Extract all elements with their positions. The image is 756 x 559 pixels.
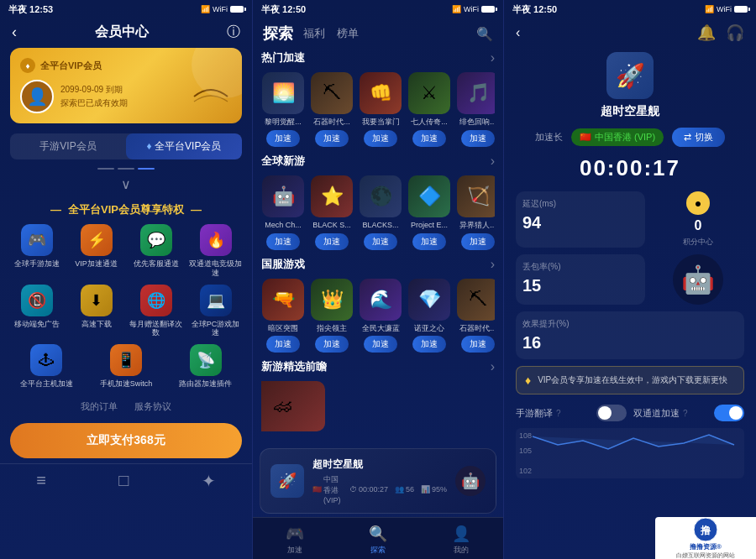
collapse-button[interactable]: ∨ <box>0 173 252 196</box>
latency-stat: 延迟(ms) 94 <box>516 191 645 248</box>
accel-btn-stone[interactable]: 加速 <box>315 130 349 147</box>
welfare-tab[interactable]: 福利 <box>303 26 325 41</box>
bottom-nav-1: ≡ □ ✦ <box>0 463 252 494</box>
game-name-blacks2: BLACKS... <box>359 221 402 230</box>
accel-btn-fingertip[interactable]: 加速 <box>315 336 349 353</box>
search-icon[interactable]: 🔍 <box>476 26 493 42</box>
alert-icon[interactable]: ⓘ <box>227 24 240 41</box>
dual-channel-toggle-label: 双通道加速 ? <box>633 407 688 420</box>
toggle-row: 手游翻译 ? 双通道加速 ? <box>504 398 756 428</box>
nav-back-1[interactable]: ✦ <box>202 471 216 491</box>
accel-btn-darkzone[interactable]: 加速 <box>266 336 300 353</box>
vip-info: 👤 2099-09-09 到期 探索巴已成有效期 <box>20 80 232 113</box>
accel-growth-label: 加速长 <box>535 131 563 144</box>
floating-game-card[interactable]: 🚀 超时空星舰 🇨🇳 中国香港(VIP) ⏱ 00:00:27 👥 56 <box>260 448 496 514</box>
floating-game-details: 🇨🇳 中国香港(VIP) ⏱ 00:00:27 👥 56 📊 95% <box>312 474 447 504</box>
game-main-icon: 🚀 <box>606 52 654 99</box>
vip-details: 2099-09-09 到期 探索巴已成有效期 <box>60 84 183 109</box>
feature-label-4: 移动端免广告 <box>14 320 60 329</box>
scroll-dot-2 <box>118 168 134 170</box>
no-ads-icon: 📵 <box>21 285 53 316</box>
scroll-dot-3 <box>138 168 155 170</box>
national-more[interactable]: › <box>491 257 495 272</box>
status-bar-1: 半夜 12:53 📶 WiFi <box>0 0 252 18</box>
accel-btn-seven[interactable]: 加速 <box>412 130 446 147</box>
floating-robot: 🤖 <box>455 466 486 496</box>
game-stone-age: ⛏ 石器时代... 加速 <box>310 72 354 147</box>
accel-btn-blacks2[interactable]: 加速 <box>364 233 397 250</box>
game-blue: 🌊 全民大濂蓝 加速 <box>359 279 402 353</box>
vip-badge: ♦ 全平台VIP会员 <box>20 58 232 73</box>
nav-menu-1[interactable]: ≡ <box>36 471 46 490</box>
p2-header: 探索 福利 榜单 🔍 <box>253 18 503 47</box>
accel-btn-noah[interactable]: 加速 <box>412 336 446 353</box>
game-section: 🚀 超时空星舰 <box>504 45 756 123</box>
game-kart: 🏎 <box>261 381 305 431</box>
accel-btn-master[interactable]: 加速 <box>364 130 397 147</box>
game-icon-blacks2: 🌑 <box>360 175 402 217</box>
accel-btn-crimson[interactable]: 加速 <box>461 130 495 147</box>
my-orders-link[interactable]: 我的订单 <box>81 400 118 413</box>
server-name: 中国香港 (VIP) <box>595 131 655 144</box>
avatar: 👤 <box>20 80 54 113</box>
nav-profile[interactable]: 👤 我的 <box>452 525 470 556</box>
tab-mobile-vip[interactable]: 手游VIP会员 <box>10 133 126 159</box>
nav-home-1[interactable]: □ <box>118 471 129 490</box>
accel-btn-hunter[interactable]: 加速 <box>461 233 495 250</box>
headphone-icon[interactable]: 🎧 <box>726 24 744 42</box>
robot-container: 🤖 <box>652 254 744 305</box>
explore-nav-icon: 🔍 <box>369 525 387 543</box>
feature-label-3: 双通道电竞级加速 <box>189 259 242 278</box>
tab-all-platform-vip[interactable]: ♦ 全平台VIP会员 <box>126 133 242 159</box>
game-hunter: 🏹 异界猎人... 加速 <box>456 175 495 250</box>
floating-game-name: 超时空星舰 <box>312 457 447 472</box>
service-agreement-link[interactable]: 服务协议 <box>134 400 171 413</box>
hot-accel-more[interactable]: › <box>491 50 495 65</box>
accel-btn-dawning[interactable]: 加速 <box>266 130 300 147</box>
p1-header: ‹ 会员中心 ⓘ <box>0 18 252 48</box>
latency-label: 延迟(ms) <box>522 198 638 210</box>
accel-btn-project[interactable]: 加速 <box>412 233 446 250</box>
feature-label-9: 手机加速Switch <box>100 379 153 389</box>
preview-games-row: 🏎 <box>261 381 495 431</box>
translate-toggle-switch[interactable] <box>596 405 627 421</box>
global-accel-icon: 🎮 <box>21 224 53 256</box>
status-bar-3: 半夜 12:50 📶 WiFi <box>504 0 756 18</box>
game-icon-blacks1: ⭐ <box>311 175 353 217</box>
game-seven: ⚔ 七人传奇... 加速 <box>407 72 451 147</box>
game-icon-project: 🔷 <box>408 175 450 217</box>
accel-btn-mech[interactable]: 加速 <box>266 233 300 250</box>
new-games-header: 全球新游 › <box>261 154 495 169</box>
switch-server-btn[interactable]: ⇄ 切换 <box>672 128 725 147</box>
nav-accel[interactable]: 🎮 加速 <box>286 525 304 556</box>
accel-btn-stone2[interactable]: 加速 <box>461 336 495 353</box>
page-title-1: 会员中心 <box>95 24 149 41</box>
preview-header: 新游精选前瞻 › <box>261 359 495 374</box>
game-name-project: Project E... <box>407 221 451 230</box>
new-games-more[interactable]: › <box>491 154 495 169</box>
dual-channel-toggle-switch[interactable] <box>714 405 744 421</box>
clock-icon: ⏱ <box>349 485 357 494</box>
vip-notice-icon: ♦ <box>525 374 531 387</box>
accel-btn-blacks1[interactable]: 加速 <box>315 233 349 250</box>
ranking-tab[interactable]: 榜单 <box>337 26 359 41</box>
timer-display: 00:00:17 <box>504 152 756 188</box>
bell-icon[interactable]: 🔔 <box>697 24 716 42</box>
preview-more[interactable]: › <box>491 359 495 374</box>
server-flag: 🇨🇳 <box>580 132 591 143</box>
cta-button[interactable]: 立即支付368元 <box>10 423 242 458</box>
hk-flag: 🇨🇳 <box>312 485 322 494</box>
scroll-dot-1 <box>97 168 114 170</box>
p3-back-btn[interactable]: ‹ <box>516 25 520 40</box>
profile-nav-icon: 👤 <box>452 525 470 543</box>
back-button[interactable]: ‹ <box>12 24 17 41</box>
nav-explore[interactable]: 🔍 探索 <box>369 525 387 556</box>
improvement-stat: 效果提升(%) 16 <box>516 311 744 359</box>
game-icon-blue: 🌊 <box>360 279 402 321</box>
accel-btn-blue[interactable]: 加速 <box>364 336 397 353</box>
mobile-switch-icon: 📱 <box>110 344 142 376</box>
feature-translate: 🌐 每月赠送翻译次数 <box>129 285 182 338</box>
panel-game-detail: 半夜 12:50 📶 WiFi ‹ 🔔 🎧 🚀 超时空星舰 加速长 🇨🇳 中国香… <box>504 0 756 559</box>
status-time-3: 半夜 12:50 <box>512 3 557 16</box>
game-darkzone: 🔫 暗区突围 加速 <box>261 279 305 353</box>
